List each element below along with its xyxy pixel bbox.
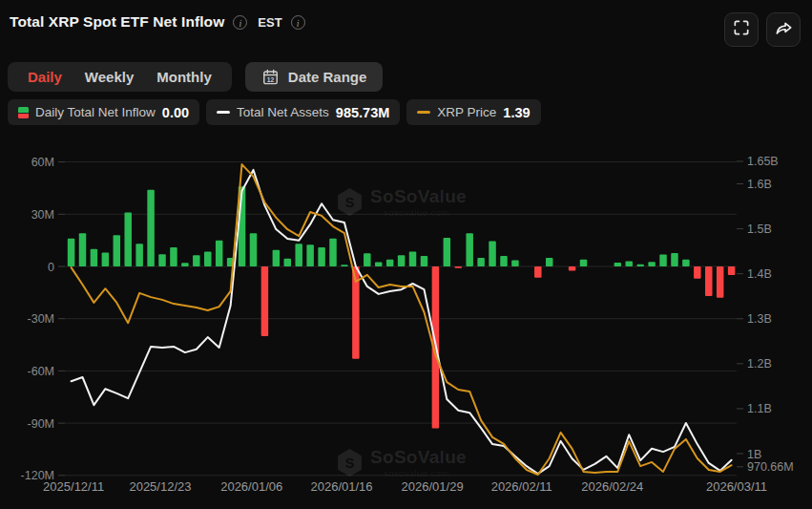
- net-inflow-bar: [659, 255, 667, 266]
- net-assets-line-icon: [217, 111, 230, 115]
- net-inflow-bar: [250, 233, 258, 266]
- legend-value: 0.00: [162, 105, 189, 120]
- x-axis-label: 2026/03/11: [706, 479, 767, 494]
- share-button[interactable]: [766, 12, 801, 47]
- net-inflow-bar: [306, 244, 314, 266]
- net-inflow-bar: [636, 265, 644, 266]
- right-axis-label: 1.2B: [747, 357, 772, 371]
- legend-label: Total Net Assets: [237, 105, 329, 119]
- net-inflow-bar: [694, 266, 701, 279]
- right-axis-label: 1.65B: [747, 155, 779, 168]
- page-title: Total XRP Spot ETF Net Inflow: [10, 13, 224, 31]
- share-icon: [774, 18, 794, 42]
- net-inflow-bar: [79, 233, 87, 266]
- net-inflow-bar: [648, 262, 656, 266]
- net-inflow-bar: [273, 250, 281, 266]
- net-inflow-bar: [135, 244, 143, 266]
- xrp-price-line-icon: [417, 111, 430, 115]
- tab-weekly[interactable]: Weekly: [73, 69, 145, 85]
- net-inflow-bar: [114, 235, 121, 266]
- net-inflow-bar: [181, 263, 189, 266]
- x-axis-label: 2026/01/06: [220, 479, 282, 494]
- date-range-button[interactable]: 12 Date Range: [245, 62, 384, 92]
- left-axis-label: -90M: [28, 417, 54, 431]
- net-inflow-bar: [318, 247, 325, 266]
- x-axis-label: 2025/12/23: [129, 479, 191, 494]
- net-inflow-bar: [682, 260, 690, 266]
- net-inflow-bar: [91, 249, 98, 266]
- title-info-icon[interactable]: i: [233, 15, 247, 30]
- net-inflow-bar: [717, 266, 724, 298]
- net-inflow-bar: [295, 244, 302, 266]
- net-inflow-bar: [158, 254, 166, 266]
- left-axis-label: 0: [48, 261, 54, 274]
- net-inflow-bar: [466, 233, 473, 266]
- legend-item-net-inflow[interactable]: Daily Total Net Inflow 0.00: [8, 99, 199, 125]
- left-axis-label: 60M: [31, 156, 54, 169]
- x-axis-label: 2025/12/11: [43, 479, 104, 494]
- net-inflow-bar: [728, 266, 736, 275]
- legend-value: 985.73M: [336, 105, 389, 120]
- header-buttons: [724, 12, 801, 47]
- net-inflow-bar: [671, 253, 678, 266]
- net-inflow-bar: [511, 261, 519, 266]
- x-axis-label: 2026/02/11: [491, 479, 552, 494]
- net-inflow-bar: [398, 255, 406, 266]
- left-axis-label: -30M: [28, 312, 54, 326]
- net-inflow-bar: [124, 212, 132, 266]
- net-inflow-bar: [68, 239, 75, 266]
- net-inflow-bar: [102, 252, 110, 266]
- net-inflow-bar: [409, 252, 417, 266]
- fullscreen-icon: [732, 18, 751, 41]
- left-axis-label: -60M: [28, 365, 54, 378]
- net-inflow-bar: [193, 255, 200, 266]
- tab-daily[interactable]: Daily: [16, 69, 73, 85]
- right-axis-label: 1B: [747, 448, 761, 461]
- net-inflow-bar: [580, 260, 588, 266]
- net-inflow-bar: [147, 190, 155, 266]
- legend-label: Daily Total Net Inflow: [35, 105, 156, 119]
- net-inflow-bar: [170, 247, 177, 266]
- net-inflow-bar: [569, 266, 576, 271]
- left-axis-label: 30M: [31, 208, 54, 222]
- net-inflow-bar: [375, 262, 383, 266]
- right-axis-label: 1.3B: [747, 312, 772, 326]
- chart-legend: Daily Total Net Inflow 0.00 Total Net As…: [8, 99, 541, 125]
- net-inflow-bar: [705, 266, 713, 296]
- net-inflow-bar: [216, 241, 223, 266]
- right-axis-label: 1.5B: [747, 223, 772, 236]
- legend-item-net-assets[interactable]: Total Net Assets 985.73M: [206, 99, 400, 125]
- tab-monthly[interactable]: Monthly: [145, 69, 223, 85]
- right-axis-label: 970.66M: [747, 460, 794, 474]
- svg-text:12: 12: [267, 76, 275, 83]
- right-axis-label: 1.1B: [747, 402, 772, 415]
- est-label: EST: [258, 15, 281, 30]
- est-info-icon[interactable]: i: [291, 15, 305, 30]
- net-inflow-bar: [341, 265, 348, 266]
- net-inflow-bar: [386, 260, 394, 266]
- right-axis-label: 1.6B: [747, 178, 772, 191]
- xrp-price-line: [72, 164, 732, 475]
- net-inflow-bar: [455, 266, 463, 268]
- legend-item-xrp-price[interactable]: XRP Price 1.39: [406, 99, 540, 125]
- net-inflow-bar: [546, 258, 553, 266]
- net-inflow-bar: [534, 266, 542, 278]
- legend-value: 1.39: [503, 105, 530, 120]
- fullscreen-button[interactable]: [724, 12, 759, 47]
- calendar-icon: 12: [261, 68, 280, 86]
- net-inflow-bar: [489, 242, 496, 266]
- chart-canvas[interactable]: 60M30M0-30M-60M-90M-120M1.65B1.6B1.5B1.4…: [0, 134, 812, 509]
- net-inflow-bar: [364, 253, 371, 266]
- net-inflow-bar: [421, 256, 428, 266]
- x-axis-label: 2026/02/24: [581, 479, 643, 494]
- net-inflow-bar: [444, 238, 451, 266]
- bar-series-icon: [18, 107, 29, 118]
- total-net-assets-line: [72, 170, 732, 474]
- legend-label: XRP Price: [437, 105, 496, 119]
- toolbar: Daily Weekly Monthly 12 Date Range: [8, 62, 383, 92]
- net-inflow-bar: [284, 259, 292, 266]
- net-inflow-bar: [329, 239, 337, 266]
- interval-tabs: Daily Weekly Monthly: [8, 62, 232, 92]
- date-range-label: Date Range: [288, 69, 367, 85]
- net-inflow-bar: [500, 256, 508, 266]
